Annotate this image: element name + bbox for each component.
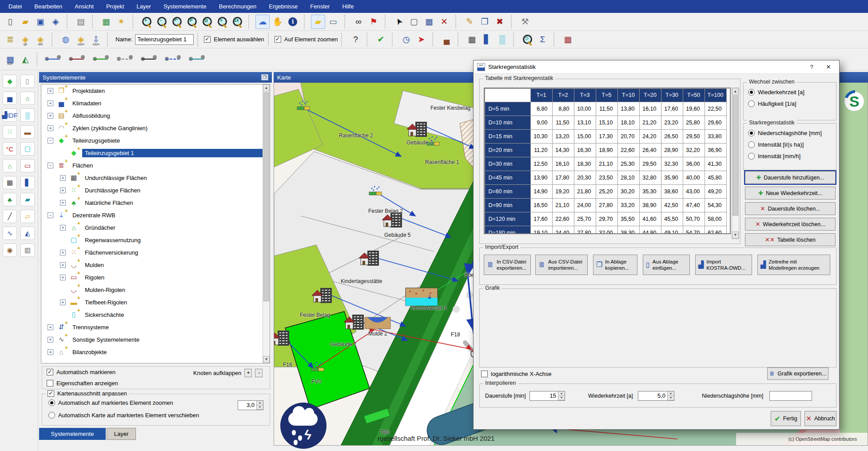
connector-blue-dashed[interactable] xyxy=(165,53,181,65)
tree-item-zyklen-zyklische-ganglinien-[interactable]: +◠Zyklen (zyklische Ganglinien) xyxy=(41,122,270,134)
table-cell[interactable]: 17,60 xyxy=(661,102,683,116)
table-cell[interactable]: 41,30 xyxy=(705,157,727,171)
profile-chart-icon[interactable]: ◭ xyxy=(18,52,32,66)
table-cell[interactable]: 30,20 xyxy=(617,184,640,199)
table-cell[interactable]: 19,60 xyxy=(683,102,705,116)
tree-item-nat-rliche-fl-chen[interactable]: +♣Natürliche Flächen xyxy=(41,196,270,209)
table-cell[interactable]: 35,90 xyxy=(661,171,683,185)
tree-item-undurchl-ssige-fl-chen[interactable]: +▦Undurchlässige Flächen xyxy=(41,172,270,184)
table-cell[interactable]: 26,40 xyxy=(639,143,661,157)
table-cell[interactable]: 16,10 xyxy=(639,102,661,116)
row-header[interactable]: D=180 min xyxy=(485,226,531,233)
table-cell[interactable]: 32,30 xyxy=(661,157,683,171)
table-cell[interactable]: 25,70 xyxy=(574,212,596,226)
import-qlr-icon[interactable]: ◈qlr xyxy=(18,32,32,47)
table-cell[interactable]: 26,50 xyxy=(661,129,683,144)
magic-wand-icon[interactable]: ✶ xyxy=(114,15,128,29)
table-cell[interactable]: 14,90 xyxy=(530,184,553,199)
map-fit-checkbox[interactable]: Kartenausschnitt anpassen xyxy=(46,390,129,397)
table-cell[interactable]: 23,20 xyxy=(661,116,683,130)
menu-item-systemelemente[interactable]: Systemelemente xyxy=(158,1,212,12)
table-cell[interactable]: 10,30 xyxy=(530,129,553,144)
tree-item-mulden-rigolen[interactable]: ◡Mulden-Rigolen xyxy=(41,283,270,296)
kostra-button[interactable]: ▟ImportKOSTRA-DWD... xyxy=(695,255,752,275)
table-cell[interactable]: 15,10 xyxy=(596,116,618,130)
menu-item-fenster[interactable]: Fenster xyxy=(304,1,335,12)
table-cell[interactable]: 19,10 xyxy=(530,226,553,233)
palette-houses-icon[interactable]: ⌂ xyxy=(20,92,35,105)
panel-dock-icon[interactable]: ❐ xyxy=(261,74,268,80)
table-cell[interactable]: 21,20 xyxy=(639,116,661,130)
menu-item-bearbeiten[interactable]: Bearbeiten xyxy=(28,1,68,12)
table-cell[interactable]: 49,20 xyxy=(705,184,727,199)
osm-layer-icon[interactable]: ◈osm xyxy=(74,32,88,47)
zoom-time-icon[interactable]: ◷ xyxy=(520,32,534,47)
statistik-radio-2[interactable]: Intensität [mm/h] xyxy=(748,153,800,160)
scroll-up-icon[interactable]: ▲ xyxy=(732,88,739,95)
palette-tank-icon[interactable]: ▢ xyxy=(20,142,35,156)
scroll-down-icon[interactable]: ▼ xyxy=(263,356,270,363)
result-graph-icon[interactable]: ▄ xyxy=(439,32,454,47)
row-header[interactable]: D=90 min xyxy=(485,198,531,212)
expand-icon[interactable]: + xyxy=(60,299,66,305)
table-scrollbar[interactable]: ▲ ▼ xyxy=(732,88,739,239)
dialog-titlebar[interactable]: IDF Starkregenstatistik ? ✕ xyxy=(474,60,839,74)
table-cell[interactable]: 21,10 xyxy=(596,157,618,171)
palette-area-chart-icon[interactable]: ◭ xyxy=(20,227,35,240)
table-cell[interactable]: 22,50 xyxy=(705,102,727,116)
table-cell[interactable]: 20,30 xyxy=(574,171,596,185)
zoom-factor-spinner[interactable]: 3,0 ▲▼ xyxy=(238,400,263,410)
delete-element-icon[interactable]: ✖ xyxy=(493,15,507,29)
tabelle-l-schen-button[interactable]: ✕✕Tabelle löschen xyxy=(745,233,836,246)
table-cell[interactable]: 27,80 xyxy=(574,226,596,233)
column-header[interactable]: T=10 xyxy=(617,88,640,102)
table-cell[interactable]: 14,30 xyxy=(552,143,574,157)
tree-item-abflussbildung[interactable]: +▤Abflussbildung xyxy=(41,109,270,122)
table-cell[interactable]: 18,10 xyxy=(617,116,640,130)
table-cell[interactable]: 17,60 xyxy=(530,212,553,226)
tree-item-klimadaten[interactable]: +▅Klimadaten xyxy=(41,97,270,109)
table-cell[interactable]: 21,80 xyxy=(574,184,596,199)
table-cell[interactable]: 42,50 xyxy=(661,198,683,212)
column-header[interactable]: T=1 xyxy=(530,88,553,102)
zoom-world-icon[interactable]: ◍ xyxy=(200,15,214,29)
zoom-off-icon[interactable]: ✕ xyxy=(215,15,229,29)
column-header[interactable]: T=20 xyxy=(639,88,661,102)
menu-item-hilfe[interactable]: Hilfe xyxy=(336,1,359,12)
expand-icon[interactable]: + xyxy=(60,200,66,206)
help-button[interactable]: ? xyxy=(804,62,819,72)
menu-item-projekt[interactable]: Projekt xyxy=(100,1,130,12)
row-header[interactable]: D=45 min xyxy=(485,171,531,185)
export-grafik-button[interactable]: 🗎Grafik exportieren... xyxy=(767,367,828,380)
table-cell[interactable]: 22,60 xyxy=(617,143,640,157)
tree-item-gr-nd-cher[interactable]: +⌂Gründächer xyxy=(41,221,270,234)
row-header[interactable]: D=60 min xyxy=(485,184,531,199)
run-simulation-icon[interactable]: ➤ xyxy=(414,32,428,47)
element-zoom-checkbox[interactable]: Auf Element zoomen xyxy=(275,36,338,43)
tree-item-rigolen[interactable]: +▭Rigolen xyxy=(41,271,270,283)
expand-icon[interactable]: + xyxy=(60,250,66,255)
info-icon[interactable]: ℹ xyxy=(286,15,300,29)
connector-darkred[interactable] xyxy=(69,53,85,65)
result-bars-icon[interactable]: ▋ xyxy=(480,32,494,47)
table-cell[interactable]: 25,80 xyxy=(683,116,705,130)
neue-wiederkehrzeit--button[interactable]: ✚Neue Wiederkehrzeit... xyxy=(745,187,836,200)
table-cell[interactable]: 35,50 xyxy=(617,212,640,226)
osm-download-icon[interactable]: ⇩osm xyxy=(89,32,103,47)
expand-icon[interactable]: + xyxy=(48,324,53,330)
table-cell[interactable]: 32,20 xyxy=(683,143,705,157)
row-header[interactable]: D=15 min xyxy=(485,129,531,144)
expand-icon[interactable]: + xyxy=(48,113,53,119)
save-icon[interactable]: ▣ xyxy=(33,15,48,29)
palette-sprinkle-icon[interactable]: ⁙ xyxy=(3,125,17,139)
expand-icon[interactable]: + xyxy=(48,337,53,343)
show-props-checkbox[interactable]: Eigenschaften anzeigen xyxy=(47,380,118,387)
table-cell[interactable]: 36,00 xyxy=(683,157,705,171)
wiederkehrzeit-l-schen--button[interactable]: ✕Wiederkehrzeit löschen... xyxy=(745,218,836,231)
select-rectangle-icon[interactable]: ▢ xyxy=(407,15,421,29)
abbruch-button[interactable]: ✕Abbruch xyxy=(804,411,836,426)
palette-box-icon[interactable]: ▭ xyxy=(20,159,35,172)
wechsel-radio-0[interactable]: Wiederkehrzeit [a] xyxy=(748,89,804,96)
table-cell[interactable]: 38,30 xyxy=(617,226,640,233)
table-cell[interactable]: 40,00 xyxy=(683,171,705,185)
